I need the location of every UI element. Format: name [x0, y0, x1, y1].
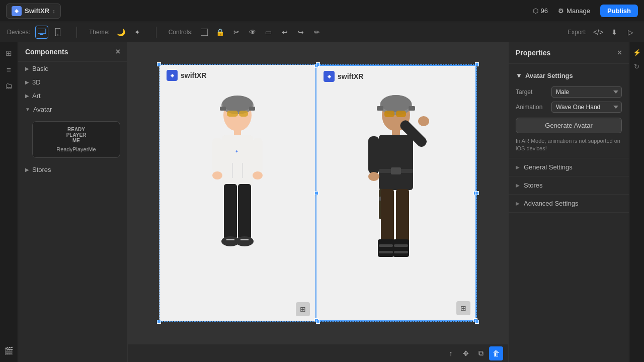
handle-top-right[interactable] [475, 62, 479, 66]
tree-label-stores: Stores [32, 166, 51, 173]
rpm-logo-line2: PLAYER [66, 132, 87, 138]
svg-rect-52 [394, 251, 408, 253]
right-panel-corner-icon[interactable]: ⊞ [456, 301, 470, 315]
pen-btn[interactable]: ✏ [310, 26, 324, 39]
manage-label: Manage [567, 7, 590, 15]
stores-arrow-icon: ▶ [516, 183, 520, 188]
svg-rect-12 [249, 107, 255, 111]
handle-bottom-left[interactable] [157, 320, 161, 324]
divider-1 [76, 27, 77, 38]
avatar-settings-title[interactable]: ▼ Avatar Settings [516, 69, 622, 82]
animation-select[interactable]: Wave One Hand Idle Walk Run [551, 102, 622, 113]
copy-btn[interactable]: ⧉ [474, 346, 488, 360]
handle-top-mid[interactable] [316, 62, 320, 66]
animation-label: Animation [516, 104, 542, 111]
rpm-logo: READY PLAYER ME [66, 127, 87, 143]
advanced-settings-header[interactable]: ▶ Advanced Settings [509, 195, 629, 212]
eye-btn[interactable]: 👁 [246, 26, 259, 39]
app-logo-button[interactable]: ◈ SwiftXR ↕ [6, 4, 61, 19]
layers-icon-btn[interactable]: ≡ [2, 62, 16, 76]
svg-point-42 [368, 172, 379, 181]
handle-bottom-right[interactable] [475, 320, 479, 324]
rpm-logo-line3: ME [66, 138, 87, 143]
properties-close-btn[interactable]: × [617, 48, 622, 57]
arrow-3d: ▶ [25, 79, 29, 85]
layout-btn[interactable]: ▭ [262, 26, 275, 39]
right-icon-bottom[interactable]: ↻ [631, 60, 643, 72]
properties-panel: Properties × ▼ Avatar Settings Target Ma… [508, 42, 629, 362]
left-icon-bar: ⊞ ≡ 🗂 🎬 [0, 42, 18, 362]
undo-btn[interactable]: ↩ [278, 26, 291, 39]
target-select[interactable]: Male Female [551, 86, 622, 98]
move-up-btn[interactable]: ↑ [444, 346, 458, 360]
dark-theme-btn[interactable]: 🌙 [115, 26, 128, 39]
code-export-btn[interactable]: </> [592, 26, 605, 39]
left-panel-corner-icon[interactable]: ⊞ [296, 302, 310, 316]
gear-icon: ⚙ [558, 7, 564, 15]
handle-bottom-mid[interactable] [316, 320, 320, 324]
tree-item-stores[interactable]: ▶ Stores [18, 163, 127, 176]
svg-rect-41 [368, 136, 379, 174]
components-close-btn[interactable]: × [116, 47, 120, 56]
lock-btn[interactable]: 🔒 [214, 26, 227, 39]
share-btn[interactable]: ▷ [624, 26, 637, 39]
move-btn[interactable]: ✥ [459, 346, 473, 360]
svg-point-8 [222, 96, 253, 112]
rpm-card-name: ReadyPlayerMe [56, 146, 96, 152]
tree-item-3d[interactable]: ▶ 3D [18, 75, 127, 89]
svg-rect-11 [220, 107, 226, 111]
svg-rect-13 [234, 129, 241, 136]
grid-icon-btn[interactable]: ⊞ [2, 46, 16, 60]
svg-rect-45 [381, 189, 394, 244]
svg-rect-0 [38, 29, 46, 34]
sel-handle-lm[interactable] [314, 191, 318, 195]
svg-rect-9 [227, 111, 238, 117]
redo-btn[interactable]: ↪ [294, 26, 307, 39]
canvas-frame: ◈ swiftXR [159, 64, 477, 322]
svg-rect-32 [409, 106, 415, 111]
publish-button[interactable]: Publish [600, 5, 638, 17]
crop-btn[interactable]: ✂ [230, 26, 243, 39]
animation-row: Animation Wave One Hand Idle Walk Run [516, 102, 622, 113]
tree-item-avatar[interactable]: ▼ Avatar [18, 103, 127, 116]
generate-avatar-btn[interactable]: Generate Avatar [516, 118, 622, 133]
general-settings-section: ▶ General Settings [509, 158, 629, 176]
tree-label-3d: 3D [32, 78, 41, 86]
video-icon-btn[interactable]: 🎬 [2, 344, 16, 358]
properties-header: Properties × [509, 42, 629, 64]
devices-label: Devices: [7, 29, 30, 36]
svg-rect-2 [39, 35, 44, 35]
logo-icon: ◈ [12, 6, 22, 16]
general-settings-header[interactable]: ▶ General Settings [509, 158, 629, 176]
stores-label: Stores [524, 182, 543, 189]
handle-right-mid[interactable] [475, 191, 479, 195]
mobile-device-btn[interactable] [51, 26, 64, 39]
svg-rect-50 [394, 244, 408, 247]
svg-rect-31 [377, 106, 383, 111]
download-btn[interactable]: ⬇ [608, 26, 621, 39]
right-icon-top[interactable]: ⚡ [631, 46, 643, 58]
ready-player-me-card[interactable]: READY PLAYER ME ReadyPlayerMe [32, 121, 120, 158]
credit-icon: ⬡ [533, 7, 538, 15]
svg-rect-10 [239, 111, 248, 117]
svg-point-20 [253, 171, 263, 179]
tree-item-art[interactable]: ▶ Art [18, 89, 127, 103]
manage-button[interactable]: ⚙ Manage [554, 5, 594, 17]
publish-label: Publish [607, 7, 631, 15]
svg-rect-22 [238, 184, 251, 239]
handle-top-left[interactable] [157, 62, 161, 66]
svg-rect-48 [393, 239, 409, 257]
folder-icon-btn[interactable]: 🗂 [2, 78, 16, 93]
stores-header[interactable]: ▶ Stores [509, 176, 629, 194]
light-theme-btn[interactable]: ✦ [131, 26, 144, 39]
desktop-device-btn[interactable] [35, 26, 48, 39]
svg-point-24 [235, 236, 254, 246]
tree-label-avatar: Avatar [33, 106, 52, 113]
tree-item-basic[interactable]: ▶ Basic [18, 62, 127, 75]
canvas-wrapper: ◈ swiftXR [128, 42, 508, 344]
avatar-children: READY PLAYER ME ReadyPlayerMe [18, 116, 127, 163]
select-btn[interactable] [198, 26, 211, 39]
topbar: ◈ SwiftXR ↕ ⬡ 96 ⚙ Manage Publish [0, 0, 644, 22]
delete-btn[interactable]: 🗑 [489, 346, 503, 360]
target-row: Target Male Female [516, 86, 622, 98]
